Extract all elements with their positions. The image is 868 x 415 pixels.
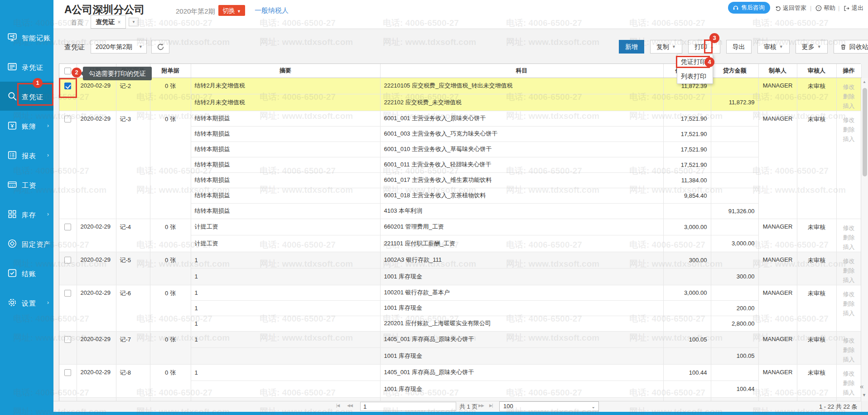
page-size-value: 100 <box>503 403 513 410</box>
period-select[interactable]: 2020年第2期▼ <box>91 40 147 54</box>
row-action-link[interactable]: 插入 <box>840 308 858 318</box>
row-action-link[interactable]: 删除 <box>840 233 858 242</box>
row-checkbox[interactable] <box>64 224 71 230</box>
row-action-link[interactable]: 删除 <box>840 345 858 355</box>
attachment-count: 0 张 <box>165 290 176 297</box>
logout-link[interactable]: 退出 <box>844 4 863 12</box>
page-number-input[interactable] <box>360 402 456 411</box>
help-label: 帮助 <box>824 4 835 12</box>
row-action-link[interactable]: 删除 <box>840 299 858 308</box>
toolbar-button-7[interactable]: 回收站 <box>834 40 868 54</box>
closing-icon <box>7 268 17 278</box>
watermark-text: 电话: 4006-6500-27 <box>260 17 336 29</box>
toolbar-button-5[interactable]: 审核▼ <box>757 40 790 54</box>
watermark-text: 电话: 4006-6500-27 <box>383 17 459 29</box>
sidebar-item-label: 查凭证 <box>22 93 43 102</box>
vertical-scrollbar[interactable]: ▲ <box>861 78 868 401</box>
row-action-link[interactable]: 修改 <box>840 369 858 378</box>
tab-list-dropdown[interactable]: ▼ <box>129 18 139 26</box>
page-size-select[interactable]: 100⌄ <box>499 401 599 411</box>
row-action-link[interactable]: 插入 <box>840 101 858 111</box>
scroll-up-icon[interactable]: ▲ <box>863 80 866 84</box>
close-icon[interactable]: × <box>117 19 121 25</box>
help-link[interactable]: ? 帮助 <box>815 4 835 12</box>
row-checkbox[interactable] <box>64 83 71 89</box>
sidebar-item-6[interactable]: 工资 <box>0 170 53 199</box>
scrollbar-thumb[interactable] <box>863 88 867 176</box>
sidebar-item-label: 录凭证 <box>22 63 43 72</box>
sidebar-item-2[interactable]: 录凭证 <box>0 52 53 81</box>
switch-period-button[interactable]: 切换▼ <box>218 5 245 16</box>
table-row[interactable]: 2020-02-29记-30 张结转本期损益6001_001 主营业务收入_原味… <box>59 111 861 126</box>
debit-amount: 3,000.00 <box>684 224 707 230</box>
row-action-link[interactable]: 删除 <box>840 378 858 388</box>
sidebar-item-1[interactable]: 智能记账 <box>0 23 53 52</box>
sidebar-item-7[interactable]: 库存› <box>0 200 53 229</box>
sidebar-item-10[interactable]: 设置› <box>0 288 53 317</box>
bottom-strip <box>0 412 868 415</box>
sidebar-item-4[interactable]: 账簿› <box>0 111 53 140</box>
row-action-link[interactable]: 插入 <box>840 134 858 144</box>
toolbar-button-1[interactable]: 新增 <box>619 40 644 54</box>
select-all-checkbox[interactable] <box>64 68 71 74</box>
first-page-button[interactable]: |◀ <box>336 403 339 408</box>
row-action-link[interactable]: 插入 <box>840 242 858 252</box>
toolbar-button-2[interactable]: 复制▼ <box>650 40 682 54</box>
row-action-link[interactable]: 删除 <box>840 92 858 101</box>
row-checkbox[interactable] <box>64 116 71 122</box>
row-action-link[interactable]: 插入 <box>840 388 858 397</box>
chevron-down-icon: ▼ <box>779 40 783 53</box>
chevron-down-icon: ⌄ <box>592 402 595 411</box>
row-action-link[interactable]: 修改 <box>840 256 858 266</box>
sidebar-item-3[interactable]: 查凭证 <box>0 82 53 111</box>
toolbar-button-4[interactable]: 导出 <box>726 40 752 54</box>
row-checkbox[interactable] <box>64 369 71 376</box>
row-action-link[interactable]: 删除 <box>840 266 858 275</box>
collapse-icon[interactable]: « <box>860 382 863 390</box>
row-action-link[interactable]: 修改 <box>840 82 858 92</box>
tab-voucher-search[interactable]: 查凭证× <box>91 15 126 29</box>
row-checkbox[interactable] <box>64 336 71 343</box>
row-action-link[interactable]: 修改 <box>840 289 858 299</box>
row-checkbox[interactable] <box>64 290 71 297</box>
sidebar-item-label: 账簿 <box>22 122 36 131</box>
account-cell: 1001 库存现金 <box>384 304 423 311</box>
last-page-button[interactable]: ▶| <box>489 403 492 408</box>
toolbar-button-6[interactable]: 更多▼ <box>796 40 828 54</box>
tab-home[interactable]: 首页 <box>64 16 90 28</box>
row-checkbox[interactable] <box>64 257 71 264</box>
table-row[interactable]: 2020-02-29记-60 张1100201 银行存款_基本户3,000.00… <box>59 285 861 300</box>
table-row[interactable]: 2020-02-29记-70 张11405_001 库存商品_原味夹心饼干100… <box>59 331 861 348</box>
row-action-link[interactable]: 插入 <box>840 355 858 364</box>
prev-page-button[interactable]: ◀◀ <box>347 403 352 408</box>
sidebar-item-5[interactable]: 报表› <box>0 141 53 170</box>
account-cell: 6001_010 主营业务收入_草莓味夹心饼干 <box>384 146 492 152</box>
table-row[interactable]: 2020-02-29记-40 张计提工资660201 管理费用_工资3,000.… <box>59 219 861 235</box>
taxpayer-type-link[interactable]: 一般纳税人 <box>255 6 289 15</box>
next-page-button[interactable]: ▶▶ <box>478 403 484 408</box>
voucher-number: 记-3 <box>120 116 131 122</box>
button-label: 导出 <box>733 40 745 53</box>
summary-cell: 结转本期损益 <box>195 161 230 168</box>
print-menu-item-2[interactable]: 列表打印 <box>677 69 713 83</box>
sidebar-item-8[interactable]: 固定资产 <box>0 229 53 258</box>
row-action-link[interactable]: 修改 <box>840 223 858 233</box>
divider: | <box>810 5 811 11</box>
row-action-link[interactable]: 插入 <box>840 275 858 285</box>
back-admin-link[interactable]: 返回管家 <box>775 4 806 12</box>
row-action-link[interactable]: 删除 <box>840 125 858 134</box>
chevron-down-icon[interactable]: ▼ <box>862 393 866 397</box>
account-cell: 1405_001 库存商品_原味夹心饼干 <box>384 336 474 342</box>
after-sales-consult-button[interactable]: 售后咨询 <box>728 2 770 14</box>
table-row[interactable]: 2020-02-29记-20 张结转2月未交增值税22210105 应交税费_应… <box>59 78 861 94</box>
row-action-link[interactable]: 修改 <box>840 115 858 125</box>
table-row[interactable]: 2020-02-29记-50 张11002A3 银行存款_111300.00MA… <box>59 252 861 269</box>
account-cell: 100201 银行存款_基本户 <box>384 289 450 296</box>
refresh-button[interactable] <box>151 40 169 54</box>
audit-status: 未审核 <box>808 369 825 376</box>
row-action-link[interactable]: 修改 <box>840 336 858 345</box>
sidebar-item-9[interactable]: 结账 <box>0 259 53 288</box>
summary-cell: 结转2月未交增值税 <box>195 99 245 106</box>
column-header: 贷方金额 <box>711 64 758 78</box>
table-row[interactable]: 2020-02-29记-80 张11405_001 库存商品_原味夹心饼干100… <box>59 364 861 381</box>
